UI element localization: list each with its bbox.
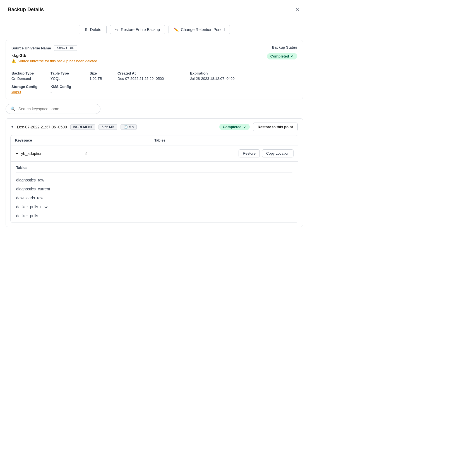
keyspace-name-text: yb_adoption [21,151,42,156]
size-value: 1.02 TB [90,76,117,81]
close-button[interactable]: ✕ [294,6,301,13]
universe-name: kkg-3tb [11,53,97,58]
increment-date: Dec-07-2022 21:37:06 -0500 [17,125,67,129]
change-retention-label: Change Retention Period [181,27,225,32]
increment-size: 5.66 MB [98,124,117,130]
table-type-value: YCQL [51,76,90,81]
copy-location-button[interactable]: Copy Location [262,149,294,157]
size-col: Size 1.02 TB [90,71,117,81]
increment-status-badge: Completed ✓ [219,124,249,130]
kms-config-value: - [51,90,90,94]
warning-icon: ⚠️ [11,59,16,63]
keyspace-name: ▼ yb_adoption [15,151,82,156]
status-badge: Completed ✓ [267,53,297,59]
check-icon: ✓ [291,54,294,58]
search-input[interactable] [18,107,96,111]
keyspace-row: ▼ yb_adoption 5 Restore Copy Location [11,145,298,162]
tables-list: diagnostics_rawdiagnostics_currentdownlo… [16,176,292,220]
info-card: Source Universe Name Show UUID Backup St… [6,40,303,99]
size-label: Size [90,71,117,75]
source-universe-label-row: Source Universe Name Show UUID [11,45,77,51]
tables-section-title: Tables [16,166,292,173]
warning-message: Source universe for this backup has been… [18,59,97,63]
kms-config-col: KMS Config - [51,85,90,94]
expiration-label: Expiration [190,71,297,75]
chevron-down-icon[interactable]: ▼ [11,125,14,128]
meta-grid-2: Storage Config kkgs3 KMS Config - [11,85,297,94]
time-value: 5 s [129,125,134,129]
toolbar: 🗑 Delete ↪ Restore Entire Backup ✏️ Chan… [0,19,309,40]
increment-tag: INCREMENT [70,124,95,130]
backup-details-modal: Backup Details ✕ 🗑 Delete ↪ Restore Enti… [0,0,309,227]
backup-status-label: Backup Status [272,45,297,49]
storage-config-link[interactable]: kkgs3 [11,90,51,94]
created-at-col: Created At Dec-07-2022 21:25:29 -0500 [117,71,190,81]
restore-entire-label: Restore Entire Backup [121,27,160,32]
pencil-icon: ✏️ [174,27,179,32]
trash-icon: 🗑 [84,27,88,32]
backup-type-col: Backup Type On Demand [11,71,51,81]
table-type-label: Table Type [51,71,90,75]
keyspace-tables-count: 5 [85,151,235,156]
backup-status-section: Backup Status [272,45,297,49]
modal-header: Backup Details ✕ [0,0,309,19]
restore-to-point-button[interactable]: Restore to this point [253,123,298,131]
backup-type-label: Backup Type [11,71,51,75]
clock-icon: 🕐 [124,125,128,129]
increment-time: 🕐 5 s [121,124,137,130]
keyspace-table: Keyspace Tables ▼ yb_adoption 5 Restore … [10,135,298,223]
kms-config-label: KMS Config [51,85,90,89]
keyspace-actions: Restore Copy Location [239,149,294,157]
delete-button[interactable]: 🗑 Delete [79,25,107,34]
status-text: Completed [270,54,289,58]
increment-check-icon: ✓ [243,125,246,129]
modal-title: Backup Details [8,7,44,13]
delete-label: Delete [90,27,101,32]
increment-section: ▼ Dec-07-2022 21:37:06 -0500 INCREMENT 5… [6,118,303,227]
table-item: diagnostics_current [16,185,292,193]
created-at-value: Dec-07-2022 21:25:29 -0500 [117,76,190,81]
expiration-col: Expiration Jul-28-2023 18:12:07 -0400 [190,71,297,81]
search-section: 🔍 [0,104,309,118]
keyspace-chevron-icon[interactable]: ▼ [15,151,19,156]
tables-col-header: Tables [154,138,294,142]
warning-text: ⚠️ Source universe for this backup has b… [11,59,97,63]
search-icon: 🔍 [10,106,16,111]
table-item: downloads_raw [16,193,292,202]
keyspace-restore-button[interactable]: Restore [239,149,260,157]
table-item: docker_pulls_new [16,202,292,211]
keyspace-col-header: Keyspace [15,138,154,142]
source-universe-section: Source Universe Name Show UUID [11,45,77,51]
expiration-value: Jul-28-2023 18:12:07 -0400 [190,76,297,81]
change-retention-button[interactable]: ✏️ Change Retention Period [169,25,230,34]
tables-section: Tables diagnostics_rawdiagnostics_curren… [11,162,298,222]
source-universe-label: Source Universe Name [11,46,51,50]
created-at-label: Created At [117,71,190,75]
backup-type-value: On Demand [11,76,51,81]
info-top: Source Universe Name Show UUID Backup St… [11,45,297,51]
table-item: docker_pulls [16,211,292,220]
storage-config-label: Storage Config [11,85,51,89]
info-divider [11,67,297,67]
storage-config-col: Storage Config kkgs3 [11,85,51,94]
increment-header: ▼ Dec-07-2022 21:37:06 -0500 INCREMENT 5… [6,119,303,135]
meta-grid: Backup Type On Demand Table Type YCQL Si… [11,71,297,81]
restore-icon: ↪ [115,27,119,32]
search-bar-container: 🔍 [6,104,100,114]
keyspace-table-header: Keyspace Tables [11,135,298,145]
table-item: diagnostics_raw [16,176,292,185]
show-uuid-button[interactable]: Show UUID [54,45,78,51]
increment-status-text: Completed [223,125,241,129]
restore-entire-backup-button[interactable]: ↪ Restore Entire Backup [110,25,165,34]
table-type-col: Table Type YCQL [51,71,90,81]
